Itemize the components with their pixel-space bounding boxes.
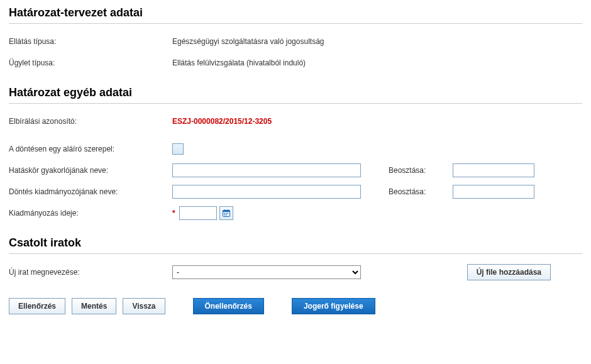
authority-position-label: Beosztása: — [389, 166, 445, 175]
dispatch-time-label: Kiadmányozás ideje: — [9, 209, 172, 218]
benefit-type-value: Egészségügyi szolgáltatásra való jogosul… — [172, 37, 324, 46]
check-button[interactable]: Ellenőrzés — [9, 298, 65, 314]
assessment-id-row: Elbírálási azonosító: ESZJ-0000082/2015/… — [9, 114, 582, 129]
self-check-button[interactable]: Önellenőrzés — [193, 298, 264, 314]
single-signer-label: A döntésen egy aláíró szerepel: — [9, 145, 172, 153]
svg-rect-8 — [226, 214, 227, 216]
dispatcher-position-input[interactable] — [453, 185, 534, 199]
attachments-title: Csatolt iratok — [9, 236, 582, 254]
svg-rect-1 — [223, 211, 229, 212]
transaction-type-row: Ügylet típusa: Ellátás felülvizsgálata (… — [9, 55, 582, 70]
dispatcher-position-label: Beosztása: — [389, 187, 445, 196]
benefit-type-row: Ellátás típusa: Egészségügyi szolgáltatá… — [9, 34, 582, 49]
calendar-button[interactable] — [219, 206, 233, 220]
assessment-id-value: ESZJ-0000082/2015/12-3205 — [172, 117, 272, 126]
attachments-section: Csatolt iratok Új irat megnevezése: - Új… — [9, 236, 582, 280]
new-doc-select[interactable]: - — [172, 265, 361, 279]
transaction-type-label: Ügylet típusa: — [9, 58, 172, 67]
required-star: * — [172, 209, 175, 218]
transaction-type-value: Ellátás felülvizsgálata (hivatalból indu… — [172, 58, 306, 67]
add-file-button[interactable]: Új file hozzáadása — [467, 264, 551, 280]
new-doc-row: Új irat megnevezése: - Új file hozzáadás… — [9, 264, 582, 280]
authority-name-label: Hatáskör gyakorlójának neve: — [9, 166, 172, 175]
assessment-id-label: Elbírálási azonosító: — [9, 117, 172, 126]
finality-watch-button[interactable]: Jogerő figyelése — [292, 298, 375, 314]
button-bar: Ellenőrzés Mentés Vissza Önellenőrzés Jo… — [9, 298, 582, 314]
authority-position-input[interactable] — [453, 163, 534, 177]
draft-data-section: Határozat-tervezet adatai Ellátás típusa… — [9, 6, 582, 70]
calendar-icon — [223, 209, 230, 217]
svg-rect-2 — [224, 209, 225, 211]
authority-name-input[interactable] — [172, 163, 361, 177]
new-doc-label: Új irat megnevezése: — [9, 268, 172, 277]
single-signer-row: A döntésen egy aláíró szerepel: — [9, 141, 582, 157]
svg-rect-4 — [224, 213, 225, 214]
dispatcher-name-label: Döntés kiadmányozójának neve: — [9, 187, 172, 196]
benefit-type-label: Ellátás típusa: — [9, 37, 172, 46]
dispatcher-row: Döntés kiadmányozójának neve: Beosztása: — [9, 184, 582, 199]
svg-rect-6 — [227, 213, 228, 214]
svg-rect-3 — [228, 209, 228, 211]
dispatcher-name-input[interactable] — [172, 185, 361, 199]
svg-rect-7 — [224, 214, 225, 216]
dispatch-time-row: Kiadmányozás ideje: * — [9, 206, 582, 221]
authority-row: Hatáskör gyakorlójának neve: Beosztása: — [9, 163, 582, 178]
dispatch-time-input[interactable] — [179, 206, 217, 220]
save-button[interactable]: Mentés — [72, 298, 116, 314]
other-data-section: Határozat egyéb adatai Elbírálási azonos… — [9, 86, 582, 221]
svg-rect-5 — [226, 213, 227, 214]
other-data-title: Határozat egyéb adatai — [9, 86, 582, 104]
back-button[interactable]: Vissza — [123, 298, 165, 314]
single-signer-checkbox[interactable] — [172, 143, 184, 155]
draft-data-title: Határozat-tervezet adatai — [9, 6, 582, 24]
